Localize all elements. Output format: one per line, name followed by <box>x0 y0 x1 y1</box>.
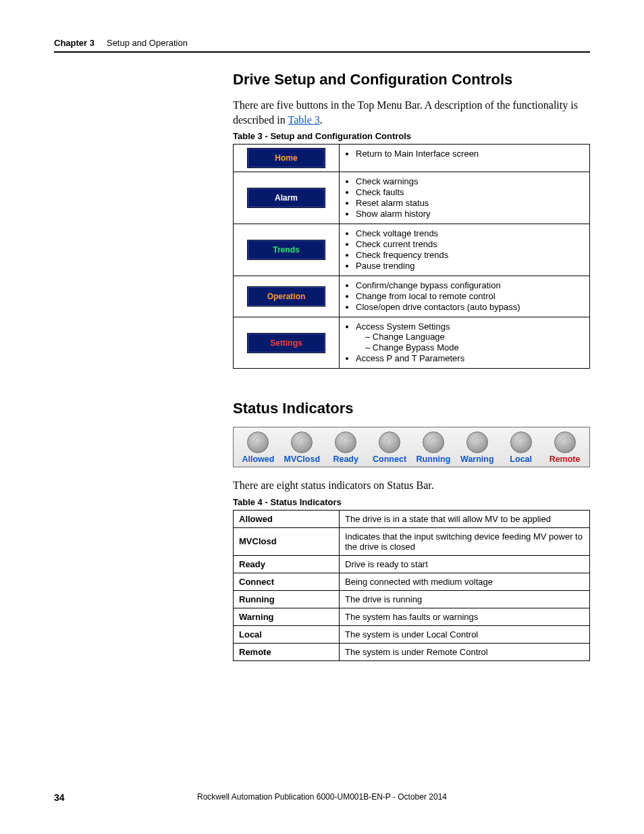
indicator-desc: The system has faults or warnings <box>340 608 590 625</box>
led-lamp-icon <box>466 432 488 453</box>
header-rule <box>54 51 590 53</box>
table-status-indicators: AllowedThe drive is in a state that will… <box>233 510 590 661</box>
indicator-name: MVClosd <box>234 527 340 555</box>
list-item: Return to Main Interface screen <box>356 149 584 159</box>
led-label: Warning <box>460 454 494 464</box>
table-row: WarningThe system has faults or warnings <box>234 608 590 625</box>
led-label: Ready <box>333 454 358 464</box>
page-footer: 34 Rockwell Automation Publication 6000-… <box>54 792 590 802</box>
status-led-local: Local <box>501 432 541 464</box>
description-cell: Confirm/change bypass configurationChang… <box>340 276 590 317</box>
indicator-name: Ready <box>234 555 340 573</box>
button-cell: Trends <box>234 224 340 276</box>
led-label: MVClosd <box>284 454 320 464</box>
list-item: Access System SettingsChange LanguageCha… <box>356 321 584 353</box>
operation-button[interactable]: Operation <box>248 287 325 306</box>
section-heading-controls: Drive Setup and Configuration Controls <box>233 71 590 88</box>
status-led-warning: Warning <box>457 432 498 464</box>
list-item: Check frequency trends <box>356 250 584 260</box>
list-item: Close/open drive contactors (auto bypass… <box>356 302 584 312</box>
table-row: AlarmCheck warningsCheck faultsReset ala… <box>234 172 590 224</box>
status-led-connect: Connect <box>369 432 410 464</box>
list-item: Reset alarm status <box>356 198 584 208</box>
list-item: Check current trends <box>356 239 584 249</box>
indicator-name: Local <box>234 625 340 643</box>
led-lamp-icon <box>335 432 356 453</box>
led-label: Allowed <box>242 454 274 464</box>
list-item: Show alarm history <box>356 209 584 219</box>
section-heading-status: Status Indicators <box>233 400 590 417</box>
table3-link[interactable]: Table 3 <box>288 114 319 126</box>
table-row: TrendsCheck voltage trendsCheck current … <box>234 224 590 276</box>
table3-caption: Table 3 - Setup and Configuration Contro… <box>233 131 590 141</box>
indicator-desc: Drive is ready to start <box>340 555 590 573</box>
settings-button[interactable]: Settings <box>248 334 325 353</box>
table4-caption: Table 4 - Status Indicators <box>233 497 590 507</box>
led-label: Connect <box>373 454 406 464</box>
chapter-label: Chapter 3 <box>54 38 95 48</box>
section2-intro: There are eight status indicators on Sta… <box>233 478 590 493</box>
list-item: Change from local to remote control <box>356 291 584 301</box>
led-label: Running <box>417 454 451 464</box>
indicator-desc: Being connected with medium voltage <box>340 573 590 590</box>
indicator-desc: The drive is in a state that will allow … <box>340 510 590 527</box>
description-cell: Check voltage trendsCheck current trends… <box>340 224 590 276</box>
led-label: Local <box>510 454 532 464</box>
table-row: ConnectBeing connected with medium volta… <box>234 573 590 590</box>
list-item: Check voltage trends <box>356 228 584 238</box>
status-led-mvclosd: MVClosd <box>281 432 322 464</box>
list-item: Pause trending <box>356 261 584 271</box>
list-item: Check faults <box>356 187 584 197</box>
button-cell: Home <box>234 145 340 172</box>
status-bar: AllowedMVClosdReadyConnectRunningWarning… <box>233 427 590 467</box>
led-lamp-icon <box>554 432 576 453</box>
indicator-desc: Indicates that the input switching devic… <box>340 527 590 555</box>
status-led-remote: Remote <box>545 432 585 464</box>
alarm-button[interactable]: Alarm <box>248 188 325 207</box>
button-cell: Alarm <box>234 172 340 224</box>
led-lamp-icon <box>247 432 269 453</box>
status-led-allowed: Allowed <box>238 432 278 464</box>
intro-text: There are five buttons in the Top Menu B… <box>233 99 578 126</box>
page-content: Drive Setup and Configuration Controls T… <box>233 71 590 661</box>
led-lamp-icon <box>423 432 444 453</box>
chapter-title: Setup and Operation <box>107 38 188 48</box>
indicator-name: Connect <box>234 573 340 590</box>
intro-text-post: . <box>320 114 323 126</box>
table-row: HomeReturn to Main Interface screen <box>234 145 590 172</box>
section1-intro: There are five buttons in the Top Menu B… <box>233 98 590 127</box>
table-row: MVClosdIndicates that the input switchin… <box>234 527 590 555</box>
indicator-name: Running <box>234 590 340 608</box>
led-label: Remote <box>549 454 581 464</box>
list-item: Access P and T Parameters <box>356 353 584 363</box>
feature-list: Access System SettingsChange LanguageCha… <box>345 321 584 363</box>
table-setup-controls: HomeReturn to Main Interface screenAlarm… <box>233 144 590 369</box>
description-cell: Check warningsCheck faultsReset alarm st… <box>340 172 590 224</box>
feature-list: Return to Main Interface screen <box>345 149 584 159</box>
button-cell: Operation <box>234 276 340 317</box>
indicator-desc: The drive is running <box>340 590 590 608</box>
table-row: SettingsAccess System SettingsChange Lan… <box>234 317 590 369</box>
table-row: ReadyDrive is ready to start <box>234 555 590 573</box>
page-number: 34 <box>54 792 65 803</box>
table-row: LocalThe system is under Local Control <box>234 625 590 643</box>
table-row: RemoteThe system is under Remote Control <box>234 643 590 660</box>
button-cell: Settings <box>234 317 340 369</box>
status-led-ready: Ready <box>325 432 366 464</box>
sub-list: Change LanguageChange Bypass Mode <box>356 332 584 353</box>
indicator-name: Warning <box>234 608 340 625</box>
feature-list: Check voltage trendsCheck current trends… <box>345 228 584 271</box>
led-lamp-icon <box>291 432 313 453</box>
status-led-running: Running <box>413 432 454 464</box>
indicator-name: Allowed <box>234 510 340 527</box>
home-button[interactable]: Home <box>248 149 325 167</box>
led-lamp-icon <box>510 432 532 453</box>
indicator-desc: The system is under Remote Control <box>340 643 590 660</box>
feature-list: Confirm/change bypass configurationChang… <box>345 280 584 312</box>
indicator-desc: The system is under Local Control <box>340 625 590 643</box>
table-row: RunningThe drive is running <box>234 590 590 608</box>
list-item: Change Language <box>365 332 584 342</box>
list-item: Confirm/change bypass configuration <box>356 280 584 290</box>
feature-list: Check warningsCheck faultsReset alarm st… <box>345 176 584 219</box>
trends-button[interactable]: Trends <box>248 240 325 259</box>
